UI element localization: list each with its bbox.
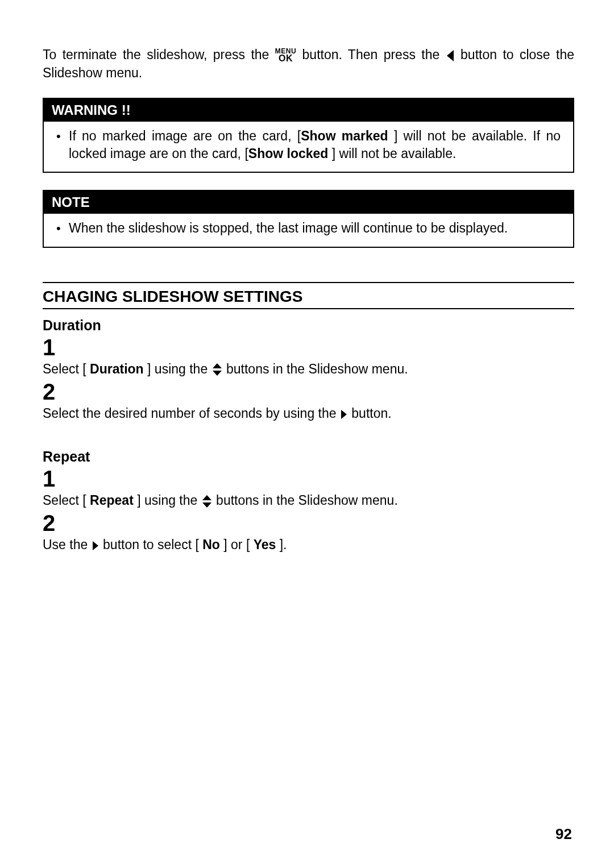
warning-text-post: ] will not be available. [328, 146, 456, 161]
section-rule-bottom [43, 308, 574, 309]
triangle-right-icon [340, 409, 348, 420]
bullet-icon [56, 219, 69, 237]
duration-step-1-text: Select [ Duration ] using the buttons in… [43, 360, 574, 378]
svg-marker-3 [341, 410, 347, 419]
note-body: When the slideshow is stopped, the last … [44, 214, 573, 246]
duration-1-post: buttons in the Slideshow menu. [223, 362, 408, 376]
duration-2-pre: Select the desired number of seconds by … [43, 406, 340, 421]
manual-page: To terminate the slideshow, press the ME… [0, 0, 614, 868]
duration-1-pre: Select [ [43, 362, 90, 376]
page-number: 92 [555, 825, 572, 843]
repeat-step-2-number: 2 [43, 512, 574, 534]
up-down-arrow-icon [211, 363, 223, 376]
warning-text: If no marked image are on the card, [Sho… [69, 127, 561, 163]
repeat-step-1-text: Select [ Repeat ] using the buttons in t… [43, 491, 574, 509]
warning-text-pre: If no marked image are on the card, [ [69, 128, 301, 143]
warning-show-marked: Show marked [301, 128, 388, 143]
note-header: NOTE [44, 191, 573, 214]
svg-marker-0 [447, 50, 454, 61]
repeat-2-mid: button to select [ [99, 537, 203, 552]
bullet-icon [56, 127, 69, 163]
repeat-1-mid: ] using the [134, 493, 201, 508]
duration-step-1-number: 1 [43, 336, 574, 359]
repeat-step-2-text: Use the button to select [ No ] or [ Yes… [43, 535, 574, 554]
warning-bullet: If no marked image are on the card, [Sho… [56, 127, 561, 163]
repeat-2-yes: Yes [254, 537, 276, 552]
repeat-step-1-number: 1 [43, 467, 574, 490]
repeat-1-pre: Select [ [43, 493, 90, 508]
intro-text-2: button. Then press the [302, 47, 440, 62]
triangle-right-icon [92, 540, 99, 551]
svg-marker-6 [93, 541, 98, 550]
section-title: CHAGING SLIDESHOW SETTINGS [43, 283, 574, 308]
triangle-left-icon [446, 49, 455, 63]
duration-step-2-number: 2 [43, 380, 574, 403]
repeat-2-pre: Use the [43, 537, 92, 552]
warning-show-locked: Show locked [248, 146, 329, 161]
menu-ok-icon: MENU OK [275, 48, 296, 63]
repeat-2-no: No [202, 537, 220, 552]
svg-marker-1 [213, 363, 222, 368]
warning-box: WARNING !! If no marked image are on the… [43, 98, 574, 173]
duration-1-mid: ] using the [144, 362, 211, 376]
intro-paragraph: To terminate the slideshow, press the ME… [43, 45, 574, 82]
svg-marker-2 [213, 371, 222, 376]
up-down-arrow-icon [201, 495, 213, 508]
duration-step-2-text: Select the desired number of seconds by … [43, 404, 574, 422]
duration-heading: Duration [43, 317, 574, 334]
warning-header: WARNING !! [44, 99, 573, 122]
menu-ok-icon-ok: OK [275, 55, 296, 63]
note-box: NOTE When the slideshow is stopped, the … [43, 190, 574, 247]
svg-marker-5 [202, 502, 211, 508]
duration-1-bold: Duration [90, 362, 144, 376]
repeat-2-post: ]. [276, 537, 287, 552]
note-text: When the slideshow is stopped, the last … [69, 219, 561, 237]
warning-body: If no marked image are on the card, [Sho… [44, 122, 573, 172]
duration-2-post: button. [348, 406, 392, 421]
repeat-2-or: ] or [ [220, 537, 254, 552]
repeat-1-bold: Repeat [90, 493, 134, 508]
intro-text-1: To terminate the slideshow, press the [43, 47, 269, 62]
note-bullet: When the slideshow is stopped, the last … [56, 219, 561, 237]
svg-marker-4 [202, 495, 211, 500]
repeat-1-post: buttons in the Slideshow menu. [213, 493, 398, 508]
repeat-heading: Repeat [43, 448, 574, 465]
